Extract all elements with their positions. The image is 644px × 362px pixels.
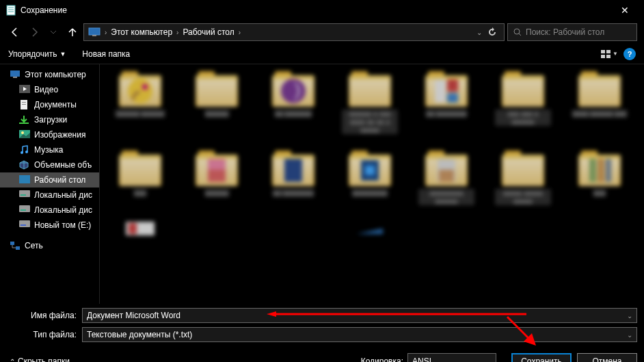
folder-item[interactable]: xxxxxxxxx xxxxxx (418, 151, 474, 205)
filetype-label: Тип файла: (7, 330, 82, 339)
sidebar-local-c[interactable]: Локальный дис (0, 188, 99, 203)
svg-point-21 (21, 131, 24, 134)
svg-rect-24 (19, 175, 30, 183)
svg-rect-8 (601, 50, 605, 53)
cancel-button[interactable]: Отмена (577, 353, 637, 362)
hide-folders-toggle[interactable]: ⌃ Скрыть папки (7, 357, 70, 362)
svg-rect-26 (21, 194, 26, 196)
folder-item[interactable]: xx xxxxxxxx (265, 151, 321, 205)
folder-item[interactable]: xxxxxx x xxx xxxx xx xx x xxxxx (342, 71, 398, 134)
svg-rect-28 (21, 209, 26, 211)
svg-point-35 (281, 79, 306, 103)
nav-bar: › Этот компьютер › Рабочий стол › ⌄ Поис… (0, 21, 644, 44)
recent-dropdown[interactable] (45, 24, 62, 40)
folder-item[interactable]: xxx xxx x xxxxxx (495, 71, 551, 134)
folder-item[interactable]: xx xxxxxxxx (418, 71, 474, 134)
svg-point-34 (142, 84, 148, 90)
svg-rect-5 (92, 35, 96, 36)
up-button[interactable] (64, 24, 81, 40)
chevron-right-icon: › (102, 29, 109, 36)
svg-line-7 (519, 34, 521, 36)
svg-rect-46 (589, 159, 596, 182)
sidebar-pictures[interactable]: Изображения (0, 127, 99, 142)
sidebar: Этот компьютер Видео Документы Загрузки … (0, 64, 100, 304)
title-bar: Сохранение ✕ (0, 0, 644, 21)
sidebar-downloads[interactable]: Загрузки (0, 112, 99, 127)
svg-rect-30 (21, 224, 26, 226)
chevron-down-icon: ▼ (59, 51, 66, 57)
folder-item[interactable]: xxxxx xxxxx xxxxx (495, 151, 551, 205)
svg-rect-47 (598, 159, 604, 182)
folder-item[interactable] (189, 222, 245, 235)
close-button[interactable]: ✕ (611, 5, 639, 16)
back-button[interactable] (7, 24, 23, 40)
filetype-select[interactable]: Текстовые документы (*.txt) ⌄ (82, 327, 637, 342)
sidebar-3d[interactable]: Объемные объ (0, 157, 99, 172)
drive-icon (19, 205, 30, 215)
encoding-label: Кодировка: (361, 357, 403, 362)
chevron-right-icon: › (236, 29, 243, 36)
view-large-icon[interactable]: ▼ (600, 47, 618, 62)
refresh-icon[interactable] (487, 27, 497, 37)
svg-rect-17 (22, 102, 26, 103)
breadcrumb-desktop[interactable]: Рабочий стол (183, 27, 234, 37)
svg-point-23 (25, 151, 28, 153)
svg-rect-31 (10, 242, 14, 245)
folder-item[interactable] (112, 222, 168, 235)
search-input[interactable]: Поиск: Рабочий стол (507, 23, 637, 41)
video-icon (19, 85, 30, 94)
sidebar-desktop[interactable]: Рабочий стол (0, 172, 99, 188)
folder-item[interactable]: xxxxxx xxxxxx (112, 71, 168, 134)
filename-input[interactable]: Документ Microsoft Word ⌄ (82, 308, 637, 323)
sidebar-documents[interactable]: Документы (0, 97, 99, 112)
svg-rect-29 (19, 220, 30, 227)
sidebar-local-d[interactable]: Локальный дис (0, 203, 99, 218)
organize-menu[interactable]: Упорядочить ▼ (8, 49, 66, 59)
breadcrumb[interactable]: › Этот компьютер › Рабочий стол › ⌄ (83, 23, 505, 41)
save-button[interactable]: Сохранить (511, 353, 572, 362)
folder-item[interactable]: xxxxxxxxx (342, 151, 398, 205)
help-button[interactable]: ? (623, 48, 636, 60)
svg-rect-36 (435, 79, 446, 103)
sidebar-this-pc[interactable]: Этот компьютер (0, 67, 99, 82)
folder-item[interactable]: xxxxxx (189, 151, 245, 205)
document-icon (19, 100, 30, 109)
sidebar-drive-e[interactable]: Новый том (E:) (0, 218, 99, 233)
folder-item[interactable] (342, 222, 398, 235)
chevron-right-icon: › (174, 29, 181, 36)
desktop-icon (19, 175, 30, 185)
monitor-icon (10, 70, 21, 79)
folder-item[interactable]: xxxx xxxxxx xxx (572, 71, 628, 134)
chevron-down-icon[interactable]: ⌄ (627, 331, 632, 339)
folder-item[interactable]: xxx (112, 151, 168, 205)
svg-rect-45 (439, 170, 454, 182)
file-grid[interactable]: xxxxxx xxxxxx xxxxxx xx xxxxxxx xxxxxx x… (100, 64, 644, 304)
new-folder-button[interactable]: Новая папка (82, 49, 130, 59)
svg-point-6 (514, 29, 520, 34)
breadcrumb-pc[interactable]: Этот компьютер (111, 27, 172, 37)
folder-item[interactable]: xxx (572, 151, 628, 205)
svg-rect-9 (606, 50, 611, 53)
encoding-select[interactable]: ANSI ⌄ (407, 353, 496, 362)
sidebar-videos[interactable]: Видео (0, 82, 99, 97)
chevron-down-icon[interactable]: ⌄ (627, 312, 632, 320)
svg-rect-18 (22, 104, 26, 105)
folder-item[interactable]: xxxxxx (189, 71, 245, 134)
folder-item[interactable] (265, 222, 321, 235)
svg-rect-48 (606, 159, 611, 182)
drive-icon (19, 190, 30, 200)
svg-rect-13 (13, 77, 17, 78)
svg-rect-25 (19, 190, 30, 197)
notepad-icon (5, 5, 16, 16)
sidebar-music[interactable]: Музыка (0, 142, 99, 157)
chevron-down-icon[interactable]: ⌄ (477, 29, 482, 36)
filename-label: Имя файла: (7, 311, 82, 320)
search-placeholder: Поиск: Рабочий стол (526, 27, 604, 37)
sidebar-network[interactable]: Сеть (0, 238, 99, 253)
svg-rect-0 (7, 5, 15, 15)
forward-button[interactable] (26, 24, 42, 40)
svg-rect-50 (129, 223, 137, 234)
chevron-down-icon[interactable]: ⌄ (486, 358, 492, 363)
svg-rect-11 (606, 55, 611, 58)
folder-item[interactable]: xx xxxxxxx (265, 71, 321, 134)
